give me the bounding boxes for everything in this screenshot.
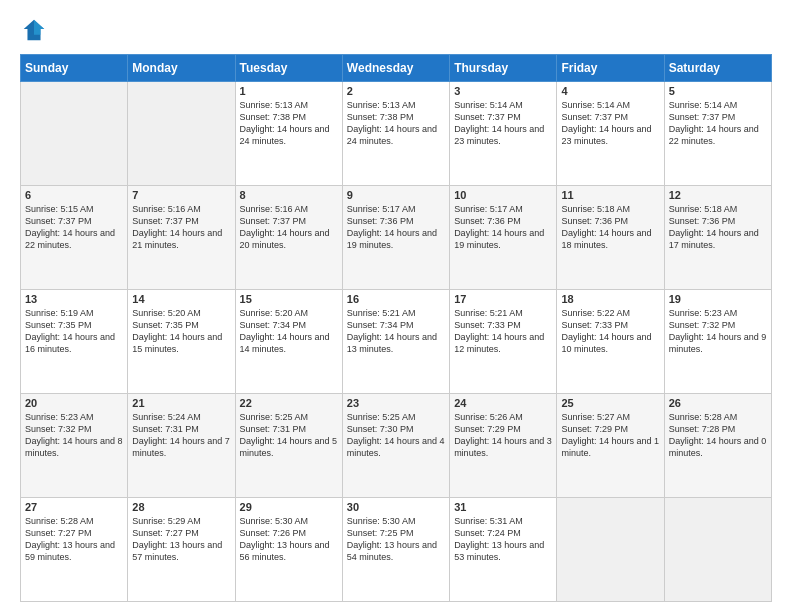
cell-info: Sunrise: 5:18 AMSunset: 7:36 PMDaylight:… [669, 204, 759, 250]
day-number: 1 [240, 85, 338, 97]
cell-info: Sunrise: 5:28 AMSunset: 7:27 PMDaylight:… [25, 516, 115, 562]
day-number: 21 [132, 397, 230, 409]
cell-info: Sunrise: 5:20 AMSunset: 7:34 PMDaylight:… [240, 308, 330, 354]
calendar-cell: 10Sunrise: 5:17 AMSunset: 7:36 PMDayligh… [450, 186, 557, 290]
header [20, 16, 772, 44]
calendar-cell: 26Sunrise: 5:28 AMSunset: 7:28 PMDayligh… [664, 394, 771, 498]
calendar-cell: 19Sunrise: 5:23 AMSunset: 7:32 PMDayligh… [664, 290, 771, 394]
weekday-header-sunday: Sunday [21, 55, 128, 82]
day-number: 23 [347, 397, 445, 409]
day-number: 29 [240, 501, 338, 513]
calendar-cell: 23Sunrise: 5:25 AMSunset: 7:30 PMDayligh… [342, 394, 449, 498]
calendar-week-row: 13Sunrise: 5:19 AMSunset: 7:35 PMDayligh… [21, 290, 772, 394]
calendar-cell: 27Sunrise: 5:28 AMSunset: 7:27 PMDayligh… [21, 498, 128, 602]
day-number: 26 [669, 397, 767, 409]
day-number: 6 [25, 189, 123, 201]
calendar-cell [21, 82, 128, 186]
cell-info: Sunrise: 5:31 AMSunset: 7:24 PMDaylight:… [454, 516, 544, 562]
calendar-cell [128, 82, 235, 186]
calendar-cell: 9Sunrise: 5:17 AMSunset: 7:36 PMDaylight… [342, 186, 449, 290]
calendar-week-row: 6Sunrise: 5:15 AMSunset: 7:37 PMDaylight… [21, 186, 772, 290]
calendar-cell: 28Sunrise: 5:29 AMSunset: 7:27 PMDayligh… [128, 498, 235, 602]
day-number: 28 [132, 501, 230, 513]
cell-info: Sunrise: 5:16 AMSunset: 7:37 PMDaylight:… [132, 204, 222, 250]
cell-info: Sunrise: 5:23 AMSunset: 7:32 PMDaylight:… [25, 412, 123, 458]
calendar-cell: 24Sunrise: 5:26 AMSunset: 7:29 PMDayligh… [450, 394, 557, 498]
day-number: 11 [561, 189, 659, 201]
day-number: 30 [347, 501, 445, 513]
weekday-header-thursday: Thursday [450, 55, 557, 82]
calendar-cell: 25Sunrise: 5:27 AMSunset: 7:29 PMDayligh… [557, 394, 664, 498]
day-number: 13 [25, 293, 123, 305]
cell-info: Sunrise: 5:15 AMSunset: 7:37 PMDaylight:… [25, 204, 115, 250]
cell-info: Sunrise: 5:25 AMSunset: 7:30 PMDaylight:… [347, 412, 445, 458]
cell-info: Sunrise: 5:14 AMSunset: 7:37 PMDaylight:… [669, 100, 759, 146]
day-number: 10 [454, 189, 552, 201]
day-number: 2 [347, 85, 445, 97]
cell-info: Sunrise: 5:25 AMSunset: 7:31 PMDaylight:… [240, 412, 338, 458]
calendar-cell: 4Sunrise: 5:14 AMSunset: 7:37 PMDaylight… [557, 82, 664, 186]
day-number: 4 [561, 85, 659, 97]
day-number: 3 [454, 85, 552, 97]
day-number: 12 [669, 189, 767, 201]
day-number: 7 [132, 189, 230, 201]
calendar-cell: 11Sunrise: 5:18 AMSunset: 7:36 PMDayligh… [557, 186, 664, 290]
cell-info: Sunrise: 5:19 AMSunset: 7:35 PMDaylight:… [25, 308, 115, 354]
calendar-cell: 3Sunrise: 5:14 AMSunset: 7:37 PMDaylight… [450, 82, 557, 186]
weekday-header-tuesday: Tuesday [235, 55, 342, 82]
calendar-cell: 21Sunrise: 5:24 AMSunset: 7:31 PMDayligh… [128, 394, 235, 498]
cell-info: Sunrise: 5:23 AMSunset: 7:32 PMDaylight:… [669, 308, 767, 354]
day-number: 9 [347, 189, 445, 201]
day-number: 24 [454, 397, 552, 409]
calendar-cell: 15Sunrise: 5:20 AMSunset: 7:34 PMDayligh… [235, 290, 342, 394]
calendar-cell: 18Sunrise: 5:22 AMSunset: 7:33 PMDayligh… [557, 290, 664, 394]
cell-info: Sunrise: 5:21 AMSunset: 7:34 PMDaylight:… [347, 308, 437, 354]
logo [20, 16, 52, 44]
page: SundayMondayTuesdayWednesdayThursdayFrid… [0, 0, 792, 612]
cell-info: Sunrise: 5:28 AMSunset: 7:28 PMDaylight:… [669, 412, 767, 458]
calendar-cell: 20Sunrise: 5:23 AMSunset: 7:32 PMDayligh… [21, 394, 128, 498]
calendar-cell: 31Sunrise: 5:31 AMSunset: 7:24 PMDayligh… [450, 498, 557, 602]
cell-info: Sunrise: 5:26 AMSunset: 7:29 PMDaylight:… [454, 412, 552, 458]
cell-info: Sunrise: 5:24 AMSunset: 7:31 PMDaylight:… [132, 412, 230, 458]
day-number: 22 [240, 397, 338, 409]
calendar-cell: 16Sunrise: 5:21 AMSunset: 7:34 PMDayligh… [342, 290, 449, 394]
calendar-cell: 6Sunrise: 5:15 AMSunset: 7:37 PMDaylight… [21, 186, 128, 290]
cell-info: Sunrise: 5:13 AMSunset: 7:38 PMDaylight:… [347, 100, 437, 146]
cell-info: Sunrise: 5:30 AMSunset: 7:26 PMDaylight:… [240, 516, 330, 562]
cell-info: Sunrise: 5:20 AMSunset: 7:35 PMDaylight:… [132, 308, 222, 354]
calendar-cell: 17Sunrise: 5:21 AMSunset: 7:33 PMDayligh… [450, 290, 557, 394]
calendar-cell: 8Sunrise: 5:16 AMSunset: 7:37 PMDaylight… [235, 186, 342, 290]
cell-info: Sunrise: 5:13 AMSunset: 7:38 PMDaylight:… [240, 100, 330, 146]
calendar-week-row: 1Sunrise: 5:13 AMSunset: 7:38 PMDaylight… [21, 82, 772, 186]
calendar-table: SundayMondayTuesdayWednesdayThursdayFrid… [20, 54, 772, 602]
day-number: 8 [240, 189, 338, 201]
day-number: 31 [454, 501, 552, 513]
calendar-cell: 5Sunrise: 5:14 AMSunset: 7:37 PMDaylight… [664, 82, 771, 186]
day-number: 27 [25, 501, 123, 513]
cell-info: Sunrise: 5:18 AMSunset: 7:36 PMDaylight:… [561, 204, 651, 250]
cell-info: Sunrise: 5:17 AMSunset: 7:36 PMDaylight:… [347, 204, 437, 250]
calendar-cell [557, 498, 664, 602]
day-number: 5 [669, 85, 767, 97]
calendar-week-row: 27Sunrise: 5:28 AMSunset: 7:27 PMDayligh… [21, 498, 772, 602]
calendar-cell: 30Sunrise: 5:30 AMSunset: 7:25 PMDayligh… [342, 498, 449, 602]
cell-info: Sunrise: 5:14 AMSunset: 7:37 PMDaylight:… [561, 100, 651, 146]
calendar-cell: 1Sunrise: 5:13 AMSunset: 7:38 PMDaylight… [235, 82, 342, 186]
day-number: 18 [561, 293, 659, 305]
calendar-cell [664, 498, 771, 602]
calendar-cell: 22Sunrise: 5:25 AMSunset: 7:31 PMDayligh… [235, 394, 342, 498]
day-number: 15 [240, 293, 338, 305]
calendar-week-row: 20Sunrise: 5:23 AMSunset: 7:32 PMDayligh… [21, 394, 772, 498]
calendar-cell: 13Sunrise: 5:19 AMSunset: 7:35 PMDayligh… [21, 290, 128, 394]
cell-info: Sunrise: 5:17 AMSunset: 7:36 PMDaylight:… [454, 204, 544, 250]
cell-info: Sunrise: 5:27 AMSunset: 7:29 PMDaylight:… [561, 412, 659, 458]
calendar-cell: 12Sunrise: 5:18 AMSunset: 7:36 PMDayligh… [664, 186, 771, 290]
calendar-cell: 7Sunrise: 5:16 AMSunset: 7:37 PMDaylight… [128, 186, 235, 290]
day-number: 14 [132, 293, 230, 305]
cell-info: Sunrise: 5:21 AMSunset: 7:33 PMDaylight:… [454, 308, 544, 354]
day-number: 16 [347, 293, 445, 305]
weekday-header-saturday: Saturday [664, 55, 771, 82]
logo-icon [20, 16, 48, 44]
calendar-cell: 2Sunrise: 5:13 AMSunset: 7:38 PMDaylight… [342, 82, 449, 186]
